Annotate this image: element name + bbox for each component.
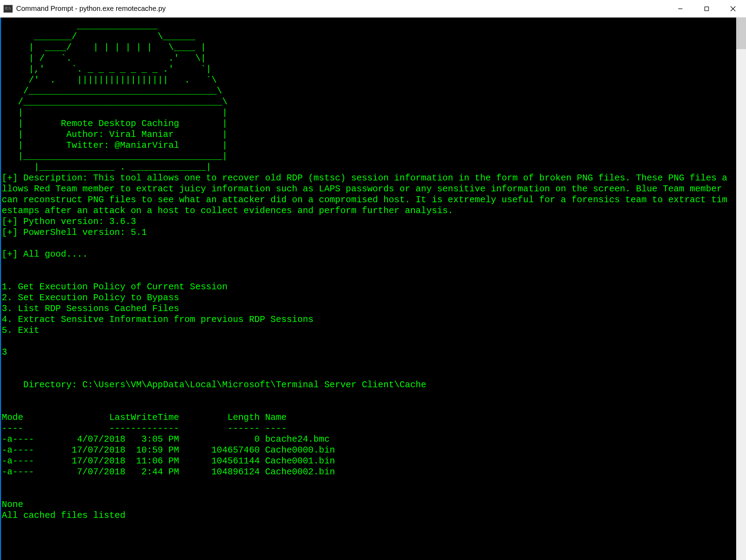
table-row: -a---- 17/07/2018 11:06 PM 104561144 Cac…	[2, 456, 335, 466]
menu-item-4: 4. Extract Sensitve Information from pre…	[2, 315, 314, 325]
close-icon	[730, 6, 736, 12]
minimize-button[interactable]	[667, 0, 693, 17]
minimize-icon	[678, 6, 683, 12]
titlebar[interactable]: C:\ Command Prompt - python.exe remoteca…	[0, 0, 746, 18]
maximize-icon	[704, 6, 709, 12]
scrollbar-thumb[interactable]	[736, 18, 746, 49]
ascii-art-banner: _______________ _______/ \______ | ____/…	[2, 21, 228, 172]
status-all-good: [+] All good....	[2, 249, 88, 259]
menu-item-2: 2. Set Execution Policy to Bypass	[2, 293, 179, 303]
vertical-scrollbar[interactable]	[736, 18, 746, 560]
cmd-icon: C:\	[4, 5, 13, 13]
python-version-text: [+] Python version: 3.6.3	[2, 217, 136, 227]
description-text: [+] Description: This tool allows one to…	[2, 173, 729, 216]
none-output: None	[2, 500, 23, 510]
user-input: 3	[2, 347, 7, 357]
window-title: Command Prompt - python.exe remotecache.…	[16, 5, 667, 13]
menu-item-3: 3. List RDP Sessions Cached Files	[2, 304, 179, 314]
table-divider: ---- ------------- ------ ----	[2, 423, 287, 434]
powershell-version-text: [+] PowerShell version: 5.1	[2, 228, 147, 238]
console-area: _______________ _______/ \______ | ____/…	[0, 18, 746, 560]
table-header: Mode LastWriteTime Length Name	[2, 413, 287, 423]
table-row: -a---- 7/07/2018 2:44 PM 104896124 Cache…	[2, 467, 335, 477]
close-button[interactable]	[720, 0, 746, 17]
table-row: -a---- 4/07/2018 3:05 PM 0 bcache24.bmc	[2, 434, 329, 444]
window-controls	[667, 0, 746, 17]
maximize-button[interactable]	[693, 0, 720, 17]
console-output[interactable]: _______________ _______/ \______ | ____/…	[1, 18, 736, 560]
menu-item-1: 1. Get Execution Policy of Current Sessi…	[2, 282, 228, 292]
command-prompt-window: C:\ Command Prompt - python.exe remoteca…	[0, 0, 746, 560]
svg-rect-1	[705, 7, 708, 11]
footer-status: All cached files listed	[2, 510, 125, 521]
menu-item-5: 5. Exit	[2, 325, 39, 336]
directory-path: Directory: C:\Users\VM\AppData\Local\Mic…	[2, 380, 426, 390]
table-row: -a---- 17/07/2018 10:59 PM 104657460 Cac…	[2, 445, 335, 455]
